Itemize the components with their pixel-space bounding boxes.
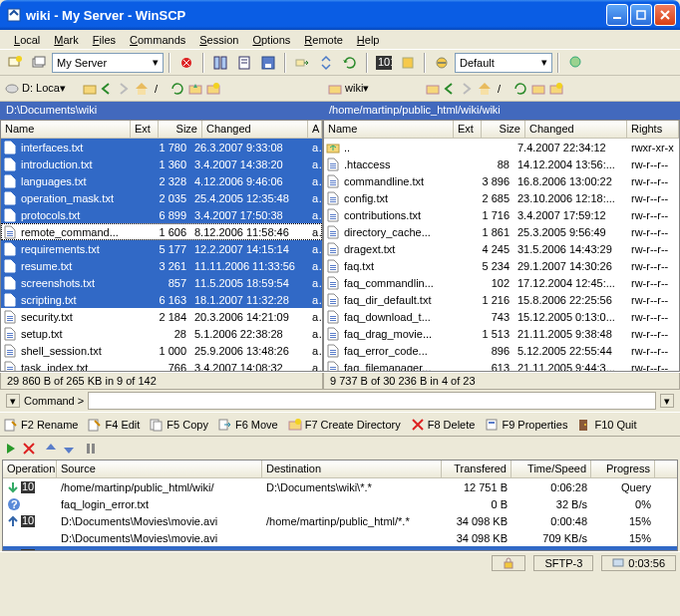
queue-row[interactable]: D:\Documents\Movies\movie.avi34 098 KB70… bbox=[3, 529, 677, 546]
folder-up-icon[interactable] bbox=[425, 81, 441, 97]
pane-layout-icon[interactable] bbox=[209, 52, 231, 74]
save-icon[interactable] bbox=[257, 52, 279, 74]
folder-back-icon[interactable] bbox=[100, 82, 114, 96]
root-icon[interactable]: / bbox=[495, 82, 509, 96]
file-row[interactable]: requirements.txt5 17712.2.2007 14:15:14a bbox=[1, 240, 322, 257]
sync-browse-icon[interactable] bbox=[315, 52, 337, 74]
fn-create-directory[interactable]: F7 Create Directory bbox=[288, 418, 401, 432]
stop-icon[interactable] bbox=[175, 52, 197, 74]
folder-up-icon[interactable] bbox=[82, 81, 98, 97]
ascii-mode-icon[interactable]: 101 bbox=[373, 52, 395, 74]
preferences-icon[interactable] bbox=[431, 52, 453, 74]
command-history-icon[interactable]: ▾ bbox=[660, 394, 674, 408]
file-row[interactable]: introduction.txt1 3603.4.2007 14:38:20a bbox=[1, 155, 322, 172]
menu-local[interactable]: Local bbox=[8, 32, 46, 48]
remote-path-label[interactable]: /home/martinp/public_html/wiki/wiki bbox=[323, 102, 680, 120]
refresh-icon[interactable] bbox=[512, 81, 528, 97]
file-row[interactable]: config.txt2 68523.10.2006 12:18:...rw-r-… bbox=[324, 189, 679, 206]
bookmark-icon[interactable] bbox=[530, 81, 546, 97]
fn-properties[interactable]: F9 Properties bbox=[485, 418, 567, 432]
queue-delete-icon[interactable] bbox=[22, 442, 36, 456]
menu-mark[interactable]: Mark bbox=[48, 32, 84, 48]
file-row[interactable]: .htaccess8814.12.2004 13:56:...rw-r--r-- bbox=[324, 155, 679, 172]
file-row[interactable]: languages.txt2 3284.12.2006 9:46:06a bbox=[1, 172, 322, 189]
menu-remote[interactable]: Remote bbox=[298, 32, 349, 48]
queue-row[interactable]: 101D:\Documents\Movies\movie.avi/home/ma… bbox=[3, 512, 677, 529]
binary-mode-icon[interactable] bbox=[397, 52, 419, 74]
remote-column-headers[interactable]: Name Ext Size Changed Rights bbox=[324, 121, 679, 139]
home-icon[interactable] bbox=[134, 81, 150, 97]
file-row[interactable]: operation_mask.txt2 03525.4.2005 12:35:4… bbox=[1, 189, 322, 206]
queue-up-icon[interactable] bbox=[44, 442, 58, 456]
file-row[interactable]: interfaces.txt1 78026.3.2007 9:33:08a bbox=[1, 139, 322, 155]
queue-row[interactable]: 101/home/martinp/public_html/wiki/D:\Doc… bbox=[3, 478, 677, 495]
drive-icon[interactable] bbox=[4, 81, 20, 97]
file-row[interactable]: faq_dir_default.txt1 21615.8.2006 22:25:… bbox=[324, 291, 679, 308]
queue-pause-icon[interactable] bbox=[84, 442, 98, 456]
tree-icon[interactable] bbox=[233, 52, 255, 74]
queue-row[interactable]: 101/home/martinp/public_html/forum/D:\Do… bbox=[3, 546, 677, 550]
file-row[interactable]: faq_drag_movie...1 51321.11.2005 9:38:48… bbox=[324, 325, 679, 342]
folder-fwd-icon[interactable] bbox=[459, 82, 473, 96]
file-row[interactable]: scripting.txt6 16318.1.2007 11:32:28a bbox=[1, 291, 322, 308]
file-row[interactable]: setup.txt285.1.2006 22:38:28a bbox=[1, 325, 322, 342]
queue-start-icon[interactable] bbox=[4, 442, 18, 456]
fn-quit[interactable]: F10 Quit bbox=[577, 418, 636, 432]
file-row[interactable]: faq_error_code...8965.12.2005 22:55:44rw… bbox=[324, 342, 679, 359]
fn-move[interactable]: F6 Move bbox=[218, 418, 278, 432]
queue-headers[interactable]: Operation Source Destination Transfered … bbox=[3, 461, 677, 478]
file-row[interactable]: remote_command...1 6068.12.2006 11:58:46… bbox=[1, 223, 322, 240]
menu-help[interactable]: Help bbox=[351, 32, 386, 48]
local-drive-combo[interactable]: D: Loca▾ bbox=[22, 82, 78, 95]
file-row[interactable]: task_index.txt7663.4.2007 14:08:32a bbox=[1, 359, 322, 371]
session-combo[interactable]: My Server▾ bbox=[52, 53, 164, 73]
folder-new-icon[interactable] bbox=[548, 81, 564, 97]
file-row[interactable]: shell_session.txt1 00025.9.2006 13:48:26… bbox=[1, 342, 322, 359]
local-column-headers[interactable]: Name Ext Size Changed A bbox=[1, 121, 322, 139]
folder-fwd-icon[interactable] bbox=[116, 82, 130, 96]
file-row[interactable]: commandline.txt3 89616.8.2006 13:00:22rw… bbox=[324, 172, 679, 189]
local-path-label[interactable]: D:\Documents\wiki bbox=[0, 102, 323, 120]
remote-dir-combo[interactable]: wiki▾ bbox=[345, 82, 421, 95]
menu-session[interactable]: Session bbox=[193, 32, 244, 48]
queue-body[interactable]: 101/home/martinp/public_html/wiki/D:\Doc… bbox=[3, 478, 677, 550]
file-row[interactable]: protocols.txt6 8993.4.2007 17:50:38a bbox=[1, 206, 322, 223]
sessions-icon[interactable] bbox=[28, 52, 50, 74]
folder-new-icon[interactable] bbox=[205, 81, 221, 97]
maximize-button[interactable] bbox=[630, 4, 652, 26]
filter-icon[interactable] bbox=[564, 52, 586, 74]
file-row[interactable]: screenshots.txt85711.5.2005 18:59:54a bbox=[1, 274, 322, 291]
menu-files[interactable]: Files bbox=[87, 32, 122, 48]
remote-file-list[interactable]: ..7.4.2007 22:34:12rwxr-xr-x.htaccess881… bbox=[324, 139, 679, 371]
new-session-icon[interactable] bbox=[4, 52, 26, 74]
close-button[interactable] bbox=[654, 4, 676, 26]
file-row[interactable]: directory_cache...1 86125.3.2005 9:56:49… bbox=[324, 223, 679, 240]
file-row[interactable]: faq_commandlin...10217.12.2004 12:45:...… bbox=[324, 274, 679, 291]
root-icon[interactable]: / bbox=[152, 82, 166, 96]
file-row[interactable]: resume.txt3 26111.11.2006 11:33:56a bbox=[1, 257, 322, 274]
folder-back-icon[interactable] bbox=[443, 82, 457, 96]
menu-commands[interactable]: Commands bbox=[124, 32, 191, 48]
file-row[interactable]: faq.txt5 23429.1.2007 14:30:26rw-r--r-- bbox=[324, 257, 679, 274]
transfer-icon[interactable] bbox=[291, 52, 313, 74]
command-toggle-icon[interactable]: ▾ bbox=[6, 394, 20, 408]
queue-row[interactable]: ?faq_login_error.txt0 B32 B/s0% bbox=[3, 495, 677, 512]
minimize-button[interactable] bbox=[606, 4, 628, 26]
remote-folder-icon[interactable] bbox=[327, 81, 343, 97]
menu-options[interactable]: Options bbox=[246, 32, 296, 48]
file-row[interactable]: security.txt2 18420.3.2006 14:21:09a bbox=[1, 308, 322, 325]
file-row[interactable]: faq_download_t...74315.12.2005 0:13:0...… bbox=[324, 308, 679, 325]
fn-copy[interactable]: F5 Copy bbox=[150, 418, 208, 432]
transfer-profile-combo[interactable]: Default▾ bbox=[455, 53, 552, 73]
file-row[interactable]: ..7.4.2007 22:34:12rwxr-xr-x bbox=[324, 139, 679, 155]
fn-delete[interactable]: F8 Delete bbox=[411, 418, 476, 432]
file-row[interactable]: dragext.txt4 24531.5.2006 14:43:29rw-r--… bbox=[324, 240, 679, 257]
bookmark-icon[interactable] bbox=[187, 81, 203, 97]
fn-edit[interactable]: F4 Edit bbox=[88, 418, 140, 432]
home-icon[interactable] bbox=[477, 81, 493, 97]
synchronize-icon[interactable] bbox=[339, 52, 361, 74]
fn-rename[interactable]: F2 Rename bbox=[4, 418, 78, 432]
local-file-list[interactable]: interfaces.txt1 78026.3.2007 9:33:08aint… bbox=[1, 139, 322, 371]
file-row[interactable]: faq_filemanager...61321.11.2005 9:44:3..… bbox=[324, 359, 679, 371]
file-row[interactable]: contributions.txt1 7163.4.2007 17:59:12r… bbox=[324, 206, 679, 223]
